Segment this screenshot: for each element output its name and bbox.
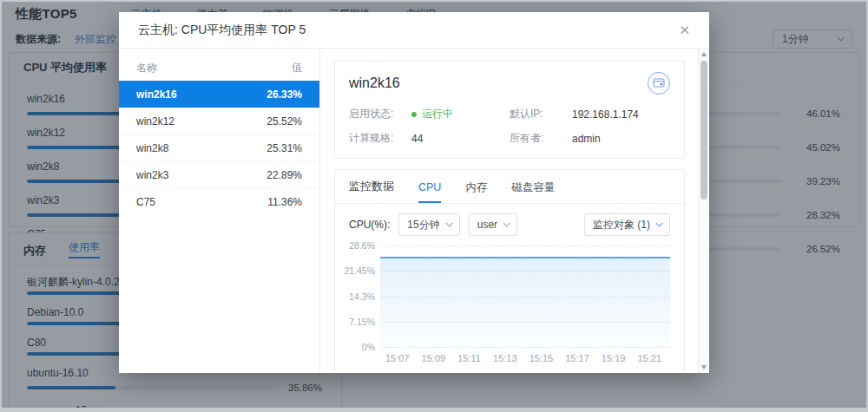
status-dot [411, 112, 417, 117]
close-icon[interactable]: ✕ [679, 23, 690, 36]
console-icon [653, 78, 665, 88]
y-tick: 28.6% [349, 240, 375, 251]
field-compute-spec: 计算规格: 44 [349, 131, 510, 146]
x-tick: 15:17 [565, 353, 589, 363]
x-tick: 15:11 [457, 353, 481, 363]
chevron-down-icon [445, 219, 452, 226]
list-row-win2k8[interactable]: win2k825.31% [119, 134, 319, 161]
series-area [380, 257, 670, 347]
x-tick: 15:15 [529, 353, 554, 363]
y-tick: 14.3% [349, 291, 375, 302]
cpu-interval-select[interactable]: 15分钟 [398, 213, 459, 236]
field-status: 启用状态: 运行中 [349, 107, 510, 121]
console-button[interactable] [648, 72, 670, 95]
cpu-top5-modal: 云主机: CPU平均使用率 TOP 5 ✕ 名称 值 win2k1626.33%… [119, 12, 709, 373]
monitor-objects-select[interactable]: 监控对象 (1) [584, 213, 670, 236]
app-window: 性能TOP5 云主机 路由器 物理机 三层网络 虚拟IP 数据来源: 外部监控 … [0, 0, 868, 412]
scroll-down-icon[interactable] [701, 365, 707, 369]
series-line [380, 257, 670, 258]
y-tick: 7.15% [349, 317, 375, 327]
x-tick: 15:07 [385, 353, 410, 363]
y-tick: 0% [362, 342, 375, 352]
cpu-metric-label: CPU(%): [349, 219, 390, 231]
monitor-title: 监控数据 [349, 179, 394, 203]
scrollbar-thumb[interactable] [700, 61, 707, 199]
list-row-c75[interactable]: C7511.36% [119, 188, 319, 215]
list-header-value: 值 [292, 61, 302, 75]
list-row-win2k3[interactable]: win2k322.89% [119, 161, 319, 188]
list-row-win2k16[interactable]: win2k1626.33% [119, 81, 319, 108]
x-tick: 15:13 [493, 353, 517, 363]
scroll-up-icon[interactable] [701, 52, 707, 56]
monitor-card: 监控数据 CPU 内存 磁盘容量 CPU(%): 15分钟 user [334, 169, 685, 373]
vm-detail-pane: win2k16 启用状态: 运行中 [320, 49, 709, 373]
vm-info-card: win2k16 启用状态: 运行中 [334, 61, 685, 159]
vm-name: win2k16 [349, 75, 400, 91]
monitor-tab-memory[interactable]: 内存 [465, 180, 487, 203]
x-tick: 15:09 [422, 353, 446, 363]
chevron-down-icon [503, 219, 510, 226]
field-owner: 所有者: admin [510, 131, 670, 146]
x-tick: 15:21 [637, 353, 661, 363]
cpu-line-chart: 28.6% 21.45% 14.3% 7.15% 0% [335, 244, 684, 363]
chevron-down-icon [655, 219, 662, 226]
chart-plot-area[interactable] [380, 245, 670, 347]
monitor-tab-cpu[interactable]: CPU [418, 181, 441, 203]
y-tick: 21.45% [344, 265, 375, 276]
list-header-name: 名称 [136, 61, 157, 75]
x-tick: 15:19 [602, 353, 626, 363]
top5-list: 名称 值 win2k1626.33% win2k1225.52% win2k82… [119, 49, 320, 373]
list-row-win2k12[interactable]: win2k1225.52% [119, 108, 319, 134]
modal-scrollbar[interactable] [698, 49, 709, 373]
monitor-tab-disk[interactable]: 磁盘容量 [511, 180, 555, 203]
modal-title: 云主机: CPU平均使用率 TOP 5 [138, 23, 306, 38]
field-default-ip: 默认IP: 192.168.1.174 [510, 107, 670, 121]
cpu-metric-select[interactable]: user [469, 213, 517, 236]
